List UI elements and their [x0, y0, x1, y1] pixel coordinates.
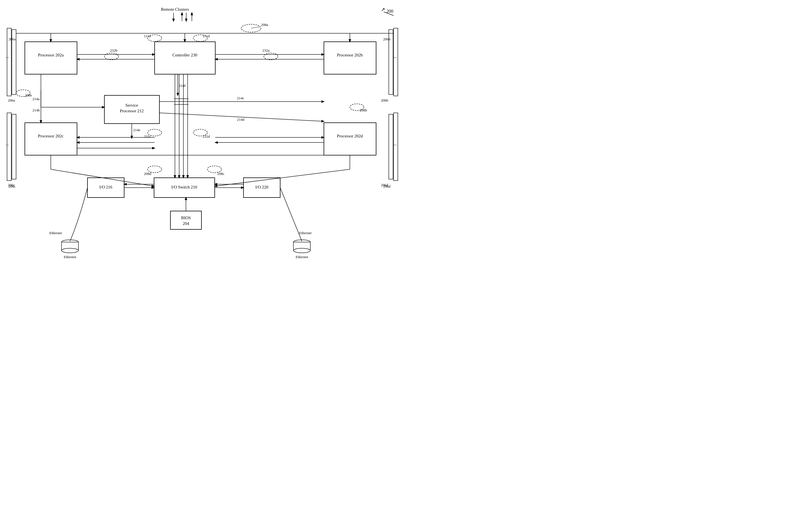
svg-text:I/O Switch 210: I/O Switch 210	[171, 185, 197, 189]
svg-text:Processor 212: Processor 212	[120, 109, 144, 113]
svg-point-59	[61, 248, 78, 253]
svg-text:206b: 206b	[381, 98, 388, 102]
svg-text:Processor 202b: Processor 202b	[337, 53, 363, 57]
svg-text:204: 204	[183, 221, 189, 226]
svg-text:208c: 208c	[217, 172, 224, 176]
svg-text:214b: 214b	[32, 108, 40, 112]
svg-text:214e: 214e	[133, 128, 141, 132]
svg-text:111a: 111a	[144, 34, 151, 38]
svg-point-63	[293, 248, 310, 253]
svg-text:Processor 202d: Processor 202d	[337, 134, 363, 138]
svg-rect-35	[25, 42, 77, 74]
svg-text:206c: 206c	[9, 184, 16, 188]
svg-text:214d: 214d	[237, 117, 245, 121]
svg-text:Processor 202c: Processor 202c	[38, 134, 64, 138]
svg-rect-54	[170, 211, 201, 229]
svg-rect-37	[324, 42, 376, 74]
svg-text:I/O 216: I/O 216	[99, 185, 113, 189]
svg-text:214f: 214f	[179, 84, 186, 88]
svg-text:206d: 206d	[383, 184, 391, 188]
svg-text:I/O 220: I/O 220	[255, 185, 268, 189]
svg-text:208a: 208a	[261, 23, 268, 27]
svg-text:214a: 214a	[32, 97, 40, 101]
svg-text:208e: 208e	[25, 93, 32, 97]
svg-text:Ethernet: Ethernet	[64, 255, 76, 259]
svg-text:232c: 232c	[144, 134, 151, 139]
svg-text:214c: 214c	[237, 96, 244, 100]
svg-text:111d: 111d	[203, 34, 210, 38]
svg-text:200: 200	[387, 9, 393, 14]
svg-text:232d: 232d	[203, 134, 210, 139]
svg-text:206b: 206b	[383, 37, 391, 41]
svg-text:...: ...	[394, 141, 397, 146]
svg-text:Processor 202a: Processor 202a	[38, 53, 64, 57]
svg-text:...: ...	[6, 54, 9, 59]
svg-text:232b: 232b	[110, 48, 117, 53]
svg-rect-41	[324, 123, 376, 155]
svg-text:206a: 206a	[9, 37, 16, 41]
remote-clusters-label: Remote Clusters	[161, 7, 189, 12]
diagram-container: 200 ↗ Remote Clusters 206a ... 206	[0, 0, 406, 266]
svg-rect-39	[25, 123, 77, 155]
svg-text:Ethernet: Ethernet	[299, 231, 311, 235]
svg-text:↗: ↗	[381, 7, 385, 12]
svg-text:...: ...	[6, 141, 9, 146]
svg-text:Controller 230: Controller 230	[172, 53, 197, 57]
svg-text:208b: 208b	[360, 108, 367, 112]
svg-text:206a: 206a	[8, 98, 15, 102]
svg-text:BIOS: BIOS	[181, 216, 191, 220]
svg-text:...: ...	[394, 54, 397, 59]
svg-text:232a: 232a	[262, 48, 270, 53]
svg-text:208d: 208d	[144, 172, 151, 176]
svg-text:Ethernet: Ethernet	[49, 231, 62, 235]
svg-text:Service: Service	[126, 103, 138, 107]
svg-rect-43	[155, 42, 215, 74]
svg-text:Ethernet: Ethernet	[296, 255, 308, 259]
